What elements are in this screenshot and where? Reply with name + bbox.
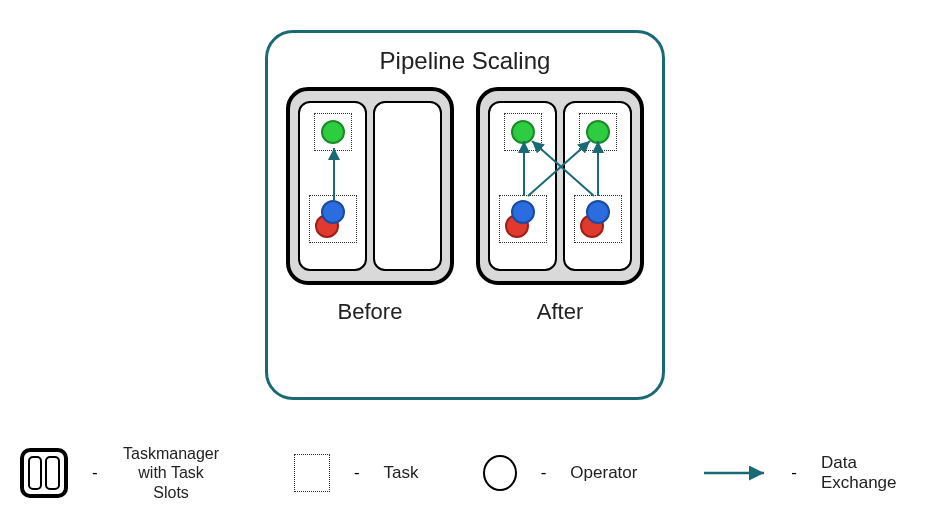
operator-blue	[321, 200, 345, 224]
legend-task-icon	[294, 454, 330, 492]
legend-dash: -	[92, 463, 98, 483]
taskmanagers-row	[268, 87, 662, 285]
legend-data-exchange-label: Data Exchange	[821, 453, 930, 493]
stage-labels: Before After	[268, 299, 662, 325]
legend-taskmanager-label-line2: with Task Slots	[138, 464, 204, 500]
legend-operator-icon	[483, 455, 517, 491]
operator-blue	[511, 200, 535, 224]
stage-label-before: Before	[286, 299, 454, 325]
legend-operator-label: Operator	[570, 463, 637, 483]
legend-dash: -	[354, 463, 360, 483]
legend: - Taskmanager with Task Slots - Task - O…	[20, 438, 930, 508]
legend-taskmanager-label-line1: Taskmanager	[123, 445, 219, 462]
operator-green	[511, 120, 535, 144]
legend-taskmanager-icon	[20, 448, 68, 498]
task-slot	[563, 101, 632, 271]
legend-dash: -	[541, 463, 547, 483]
stage-label-after: After	[476, 299, 644, 325]
task-slot	[488, 101, 557, 271]
legend-task-label: Task	[384, 463, 419, 483]
operator-green	[321, 120, 345, 144]
operator-green	[586, 120, 610, 144]
legend-mini-slot	[45, 456, 59, 490]
legend-dash: -	[791, 463, 797, 483]
pipeline-scaling-title: Pipeline Scaling	[268, 47, 662, 75]
taskmanager-before	[286, 87, 454, 285]
legend-mini-slot	[28, 456, 42, 490]
taskmanager-after	[476, 87, 644, 285]
operator-blue	[586, 200, 610, 224]
task-slot	[298, 101, 367, 271]
legend-data-exchange-icon	[702, 463, 768, 483]
legend-taskmanager-label: Taskmanager with Task Slots	[122, 444, 221, 502]
task-slot-empty	[373, 101, 442, 271]
pipeline-scaling-container: Pipeline Scaling	[265, 30, 665, 400]
